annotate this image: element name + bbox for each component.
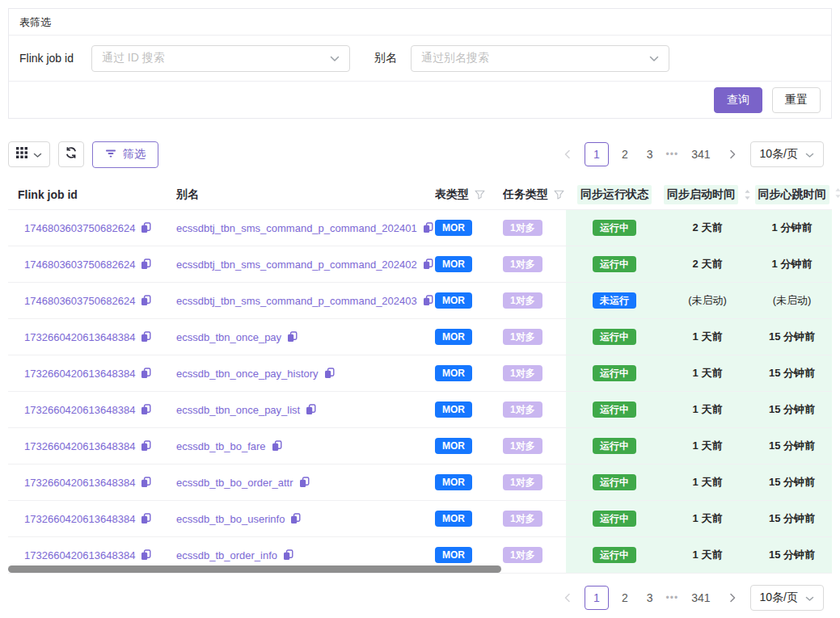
table-row: 1746803603750682624 ecssdbtj_tbn_sms_com… [8, 246, 832, 283]
horizontal-scrollbar-thumb[interactable] [8, 565, 501, 573]
status-badge: 运行中 [593, 220, 636, 236]
alias-link[interactable]: ecssdbtj_tbn_sms_command_p_command_20240… [176, 259, 417, 271]
copy-icon[interactable] [141, 440, 151, 452]
table-toolbar: 筛选 1 2 3 ••• 341 10条/页 [8, 141, 832, 168]
alias-link[interactable]: ecssdbtj_tbn_sms_command_p_command_20240… [176, 222, 417, 234]
copy-icon[interactable] [141, 331, 151, 343]
alias-select[interactable]: 通过别名搜索 [411, 45, 669, 72]
copy-icon[interactable] [141, 477, 151, 488]
job-id-link[interactable]: 1732660420613648384 [24, 513, 135, 525]
page-button-1[interactable]: 1 [585, 586, 609, 610]
prev-page-button[interactable] [558, 143, 577, 166]
copy-icon[interactable] [272, 440, 282, 452]
filter-funnel-icon[interactable] [554, 190, 564, 200]
page-size-select[interactable]: 10条/页 [750, 585, 824, 611]
page-size-label: 10条/页 [760, 591, 798, 605]
table-header-row: Flink job id 别名 表类型 任务类型 同步运行状态 同步启动时间 同… [8, 179, 832, 210]
job-id-link[interactable]: 1732660420613648384 [24, 549, 135, 561]
pagination-bottom: 1 2 3 ••• 341 10条/页 [558, 585, 824, 611]
table-type-badge: MOR [435, 401, 472, 418]
copy-icon[interactable] [423, 259, 433, 270]
table-type-badge: MOR [435, 256, 472, 272]
density-dropdown-button[interactable] [8, 141, 50, 167]
alias-link[interactable]: ecssdbtj_tbn_sms_command_p_command_20240… [176, 295, 417, 307]
alias-link[interactable]: ecssdb_tbn_once_pay_history [176, 368, 319, 380]
page-size-select[interactable]: 10条/页 [750, 141, 824, 167]
copy-icon[interactable] [306, 404, 316, 415]
sort-icon[interactable] [834, 187, 840, 202]
start-time-value: 1 天前 [693, 366, 723, 380]
copy-icon[interactable] [141, 295, 151, 306]
flink-job-id-select[interactable]: 通过 ID 搜索 [91, 45, 350, 72]
copy-icon[interactable] [290, 513, 301, 524]
copy-icon[interactable] [299, 477, 310, 488]
chevron-down-icon [805, 148, 814, 161]
filter-actions: 查询 重置 [9, 82, 831, 118]
job-id-link[interactable]: 1746803603750682624 [24, 222, 135, 234]
job-id-link[interactable]: 1746803603750682624 [24, 295, 135, 307]
table-row: 1746803603750682624 ecssdbtj_tbn_sms_com… [8, 283, 832, 319]
heartbeat-time-value: (未启动) [773, 293, 812, 308]
task-type-badge: 1对多 [503, 256, 542, 272]
page-button-last[interactable]: 341 [686, 148, 715, 161]
status-badge: 运行中 [593, 401, 636, 418]
copy-icon[interactable] [423, 222, 433, 233]
next-page-button[interactable] [724, 586, 743, 609]
copy-icon[interactable] [141, 222, 151, 233]
query-button[interactable]: 查询 [714, 87, 762, 113]
next-page-button[interactable] [724, 143, 743, 166]
table-row: 1732660420613648384 ecssdb_tbn_once_pay_… [8, 392, 832, 428]
page-button-last[interactable]: 341 [686, 591, 715, 604]
table-type-badge: MOR [435, 365, 472, 381]
job-id-link[interactable]: 1732660420613648384 [24, 404, 135, 416]
copy-icon[interactable] [141, 368, 151, 379]
prev-page-button[interactable] [558, 586, 577, 609]
page-ellipsis[interactable]: ••• [666, 149, 679, 160]
job-id-link[interactable]: 1732660420613648384 [24, 331, 135, 343]
heartbeat-time-value: 15 分钟前 [769, 475, 815, 490]
table-row: 1746803603750682624 ecssdbtj_tbn_sms_com… [8, 210, 832, 246]
alias-link[interactable]: ecssdb_tbn_once_pay [176, 331, 281, 343]
copy-icon[interactable] [324, 368, 335, 379]
table-body: 1746803603750682624 ecssdbtj_tbn_sms_com… [8, 210, 832, 574]
alias-link[interactable]: ecssdb_tb_bo_order_attr [176, 477, 293, 489]
alias-placeholder: 通过别名搜索 [421, 51, 489, 65]
grid-icon [16, 147, 27, 162]
filter-funnel-icon[interactable] [475, 190, 485, 200]
page-button-1[interactable]: 1 [585, 142, 609, 166]
page-button-2[interactable]: 2 [616, 591, 634, 604]
copy-icon[interactable] [141, 404, 151, 415]
table-type-badge: MOR [435, 329, 472, 345]
job-id-link[interactable]: 1746803603750682624 [24, 259, 135, 271]
copy-icon[interactable] [141, 549, 151, 561]
copy-icon[interactable] [287, 331, 298, 343]
status-badge: 运行中 [593, 438, 636, 454]
job-id-link[interactable]: 1732660420613648384 [24, 477, 135, 489]
page-ellipsis[interactable]: ••• [666, 592, 679, 603]
page-button-3[interactable]: 3 [641, 591, 659, 604]
alias-link[interactable]: ecssdb_tb_bo_fare [176, 440, 266, 452]
heartbeat-time-value: 1 分钟前 [772, 221, 813, 235]
sort-icon[interactable] [744, 189, 751, 200]
page-button-2[interactable]: 2 [616, 148, 634, 161]
copy-icon[interactable] [141, 513, 151, 524]
copy-icon[interactable] [283, 549, 293, 561]
chevron-down-icon [33, 147, 42, 162]
heartbeat-time-value: 15 分钟前 [769, 548, 815, 562]
alias-link[interactable]: ecssdb_tb_bo_userinfo [176, 513, 285, 525]
copy-icon[interactable] [423, 295, 433, 306]
table-row: 1732660420613648384 ecssdb_tbn_once_pay … [8, 319, 832, 355]
refresh-button[interactable] [58, 141, 84, 167]
heartbeat-time-value: 15 分钟前 [769, 402, 815, 417]
table-type-badge: MOR [435, 511, 472, 527]
alias-link[interactable]: ecssdb_tbn_once_pay_list [176, 404, 300, 416]
chevron-down-icon [330, 51, 340, 65]
copy-icon[interactable] [141, 259, 151, 270]
job-id-link[interactable]: 1732660420613648384 [24, 368, 135, 380]
job-id-link[interactable]: 1732660420613648384 [24, 440, 135, 452]
alias-link[interactable]: ecssdb_tb_order_info [176, 549, 277, 561]
filter-lines-icon [105, 148, 116, 161]
filter-button[interactable]: 筛选 [92, 141, 158, 168]
reset-button[interactable]: 重置 [772, 87, 821, 113]
page-button-3[interactable]: 3 [641, 148, 659, 161]
